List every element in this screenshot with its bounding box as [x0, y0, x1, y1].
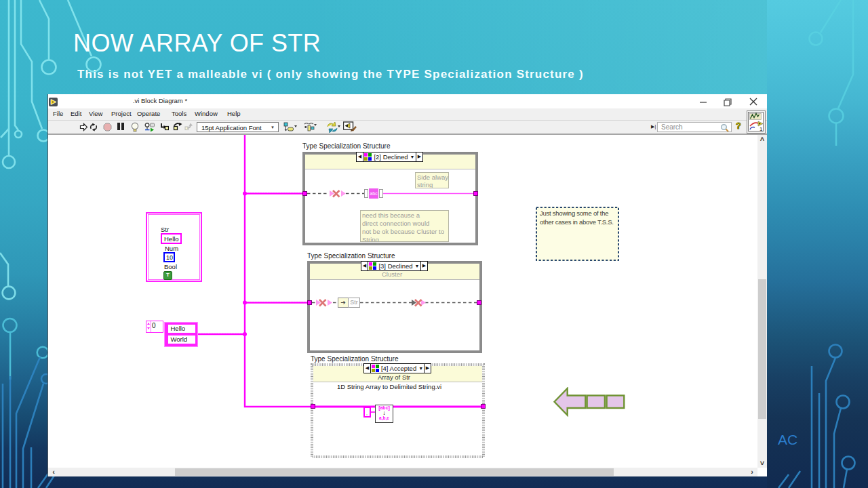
svg-text:1: 1: [760, 126, 763, 132]
